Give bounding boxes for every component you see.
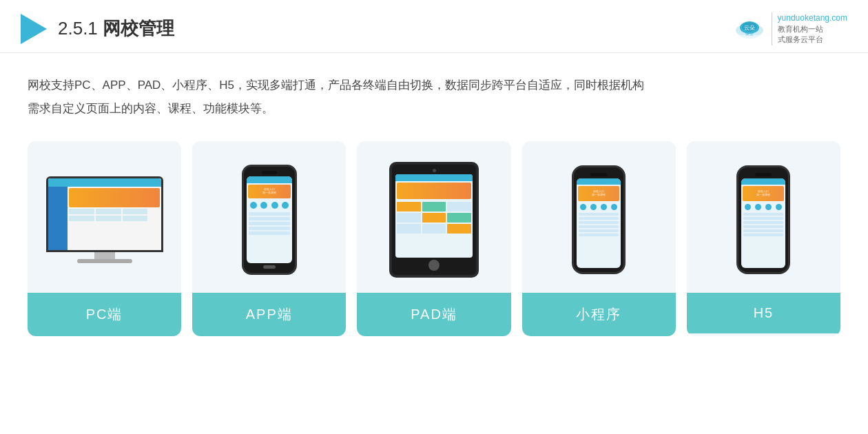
section-name: 网校管理 <box>103 18 174 39</box>
card-miniprogram-label: 小程序 <box>522 293 676 336</box>
description-line1: 网校支持PC、APP、PAD、小程序、H5，实现多端打通，产品各终端自由切换，数… <box>28 74 840 97</box>
brand-site: yunduoketang.com <box>778 12 847 24</box>
card-h5-label: H5 <box>687 293 840 333</box>
h5-notch <box>755 173 772 176</box>
description: 网校支持PC、APP、PAD、小程序、H5，实现多端打通，产品各终端自由切换，数… <box>0 53 868 134</box>
card-app-image: 创造人们第一览课程 <box>192 141 346 293</box>
pc-mockup <box>46 176 163 263</box>
brand-tagline2: 式服务云平台 <box>778 34 847 45</box>
card-h5: 创造人们第一览课程 <box>687 141 840 336</box>
card-pad-image <box>357 141 510 293</box>
pad-home-button <box>428 260 440 271</box>
svg-text:云朵: 云朵 <box>744 25 755 31</box>
brand-logo: 云朵 课堂 yunduoketang.com 教育机构一站 式服务云平台 <box>733 12 847 45</box>
card-pad: PAD端 <box>357 141 510 336</box>
card-app-label: APP端 <box>192 293 346 336</box>
app-phone-mockup: 创造人们第一览课程 <box>242 165 297 275</box>
mini-screen: 创造人们第一览课程 <box>577 178 621 268</box>
card-app: 创造人们第一览课程 <box>192 141 346 336</box>
brand-tagline1: 教育机构一站 <box>778 24 847 34</box>
mini-notch <box>590 173 607 176</box>
pc-monitor <box>46 176 163 252</box>
card-miniprogram: 创造人们第一览课程 <box>522 141 676 336</box>
header: 2.5.1 网校管理 云朵 课堂 yunduoketang.com 教育机构一站… <box>0 0 868 53</box>
header-left: 2.5.1 网校管理 <box>21 14 174 44</box>
section-number: 2.5.1 <box>58 18 98 39</box>
pad-screen <box>395 174 473 258</box>
pad-camera <box>433 169 436 172</box>
card-h5-image: 创造人们第一览课程 <box>687 141 840 293</box>
h5-screen: 创造人们第一览课程 <box>741 178 785 268</box>
phone-notch <box>262 171 277 174</box>
card-miniprogram-image: 创造人们第一览课程 <box>522 141 676 293</box>
card-pad-label: PAD端 <box>357 293 510 336</box>
page-title: 2.5.1 网校管理 <box>58 17 174 41</box>
card-pc: PC端 <box>28 141 181 336</box>
description-line2: 需求自定义页面上的内容、课程、功能模块等。 <box>28 97 840 121</box>
card-pc-label: PC端 <box>28 293 181 336</box>
pad-mockup <box>389 162 479 278</box>
brand-icon: 云朵 课堂 <box>733 17 766 41</box>
miniprogram-phone-mockup: 创造人们第一览课程 <box>572 165 626 274</box>
pc-screen <box>48 178 161 250</box>
card-pc-image <box>28 141 181 293</box>
cards-container: PC端 创造人们第一览课程 <box>0 134 868 357</box>
h5-phone-mockup: 创造人们第一览课程 <box>736 165 790 274</box>
phone-home-button <box>263 265 276 269</box>
brand-text: yunduoketang.com 教育机构一站 式服务云平台 <box>772 12 847 45</box>
svg-text:课堂: 课堂 <box>745 32 754 36</box>
logo-triangle-icon <box>21 14 47 44</box>
phone-screen: 创造人们第一览课程 <box>247 176 292 263</box>
